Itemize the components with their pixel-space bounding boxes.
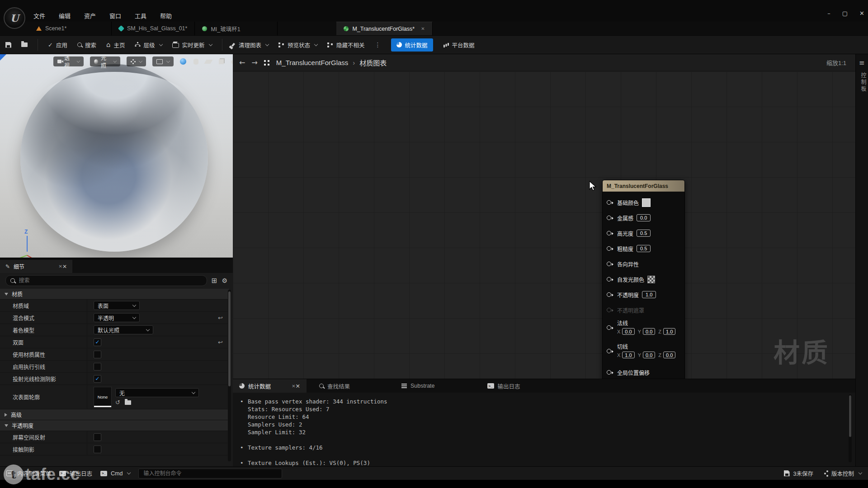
platform-stats-button[interactable]: 平台数据 [443,41,475,49]
tab-substrate[interactable]: Substrate [395,379,441,393]
list-icon[interactable] [859,59,865,67]
value-box[interactable]: 0.0 [637,214,651,221]
details-scrollbar[interactable] [228,290,231,461]
tab-scene1[interactable]: Scene1* [29,22,112,35]
value-box[interactable]: 1.0 [642,291,656,298]
tab-stats[interactable]: 统计数据 ✕ [233,379,307,393]
pin-icon[interactable] [607,370,611,375]
value-box-z[interactable]: 0.0 [663,352,675,358]
preview-shape-cylinder-icon[interactable] [193,58,199,65]
overflow-menu-icon[interactable] [375,41,381,48]
use-material-attributes-checkbox[interactable] [94,351,101,358]
pin-world-position-offset[interactable]: 全局位置偏移 [603,365,684,379]
preview-shape-plane-icon[interactable] [205,58,212,65]
pin-normal[interactable]: 法线 X 0.0 Y 0.0 Z 1.0 [603,318,684,341]
unsaved-assets-button[interactable]: 3未保存 [784,469,813,478]
stats-toggle-button[interactable]: 统计数据 [391,38,433,52]
search-button[interactable]: 搜索 [77,41,96,49]
two-sided-checkbox[interactable] [94,338,101,346]
preview-shape-sphere-icon[interactable] [180,58,186,65]
pin-icon[interactable] [607,292,611,297]
close-icon[interactable]: ✕ [59,263,67,270]
reset-to-default-icon[interactable] [218,339,223,346]
console-command-input[interactable] [142,470,278,477]
home-button[interactable]: 主页 [106,41,125,49]
tab-static-mesh[interactable]: SM_His_Sal_Glass_01* [112,22,195,35]
unreal-logo-icon[interactable]: U [4,7,25,29]
minimize-icon[interactable]: – [827,10,830,17]
color-swatch[interactable] [642,198,651,207]
lit-mode-dropdown[interactable]: 光照 [90,56,120,66]
breadcrumb-asset[interactable]: M_TranslucentForGlass [276,59,349,66]
maximize-icon[interactable]: ▢ [842,10,848,17]
browse-asset-icon[interactable] [21,42,28,47]
cmd-dropdown[interactable]: Cmd [100,470,130,477]
section-translucency[interactable]: 半透明度 [0,420,229,431]
details-search-box[interactable] [5,275,207,286]
blend-mode-dropdown[interactable]: 半透明 [94,313,140,322]
live-update-dropdown[interactable]: 实时更新 [172,41,212,49]
back-icon[interactable] [239,58,245,67]
shading-model-dropdown[interactable]: 默认光照 [94,325,153,334]
forward-icon[interactable] [251,58,257,67]
close-icon[interactable]: ✕ [292,383,300,389]
palette-side-tab[interactable]: 控制板 [856,72,867,93]
value-box-z[interactable]: 1.0 [663,328,675,335]
tab-close-icon[interactable]: ✕ [421,26,425,31]
show-flags-dropdown[interactable] [127,56,146,66]
section-advanced[interactable]: 高级 [0,409,229,420]
checker-swatch[interactable] [647,276,655,283]
node-header[interactable]: M_TranslucentForGlass [603,180,684,192]
revision-control-dropdown[interactable]: 版本控制 [824,469,862,478]
subsurface-profile-thumbnail[interactable]: None [94,387,112,408]
preview-scene-dropdown[interactable] [152,56,174,66]
output-log-button[interactable]: 输出日志 [59,469,92,478]
pin-opacity[interactable]: 不透明度 1.0 [603,287,684,302]
pin-icon[interactable] [607,216,611,220]
hide-unrelated-button[interactable]: 隐藏不相关 [327,41,365,49]
tab-output-log[interactable]: 输出日志 [481,379,527,393]
contact-shadows-checkbox[interactable] [94,446,101,453]
value-box-y[interactable]: 0.0 [643,352,655,358]
browse-to-asset-icon[interactable] [125,400,131,405]
value-box-x[interactable]: 0.0 [622,328,634,335]
menu-tools[interactable]: 工具 [131,10,150,21]
enable-exec-wire-checkbox[interactable] [94,363,101,371]
pin-specular[interactable]: 高光度 0.5 [603,225,684,241]
preview-shape-cube-icon[interactable] [218,58,224,65]
menu-window[interactable]: 窗口 [106,10,125,21]
pin-base-color[interactable]: 基础颜色 [603,195,684,210]
details-search-input[interactable] [18,277,202,284]
pin-icon[interactable] [607,246,611,251]
reset-to-default-icon[interactable] [218,314,223,321]
tab-material-translucent-glass[interactable]: M_TranslucentForGlass* ✕ [336,22,432,35]
pin-roughness[interactable]: 粗糙度 0.5 [603,241,684,256]
clean-graph-dropdown[interactable]: 清理图表 [232,41,269,49]
pin-icon[interactable] [607,200,611,205]
menu-asset[interactable]: 资产 [80,10,99,21]
pin-icon[interactable] [607,325,611,330]
preview-state-dropdown[interactable]: 预览状态 [278,41,317,49]
breadcrumb-page[interactable]: 材质图表 [359,58,387,67]
pin-icon[interactable] [607,231,611,235]
save-icon[interactable] [5,42,11,48]
menu-file[interactable]: 文件 [30,10,49,21]
pin-metallic[interactable]: 金属感 0.0 [603,210,684,225]
value-box-x[interactable]: 1.0 [622,352,634,358]
content-drawer-button[interactable]: 内容侧滑菜单 [6,469,51,478]
section-material[interactable]: 材质 [0,289,229,300]
menu-help[interactable]: 帮助 [156,10,175,21]
subsurface-profile-dropdown[interactable]: 无 [115,388,199,397]
hierarchy-dropdown[interactable]: 层级 [135,41,162,49]
perspective-dropdown[interactable]: 透视 [53,56,84,66]
close-icon[interactable]: ✕ [859,10,864,17]
pin-icon[interactable] [607,349,611,353]
graph-canvas[interactable] [233,71,855,379]
pin-anisotropy[interactable]: 各向异性 [603,256,684,272]
tab-details[interactable]: 细节 ✕ [0,260,72,273]
material-domain-dropdown[interactable]: 表面 [94,301,140,310]
console-command-box[interactable] [138,469,282,479]
tab-find-results[interactable]: 查找结果 [313,379,356,393]
tab-material-instance[interactable]: MI_玻璃杯1 [195,22,278,35]
use-selected-asset-icon[interactable] [115,399,120,406]
